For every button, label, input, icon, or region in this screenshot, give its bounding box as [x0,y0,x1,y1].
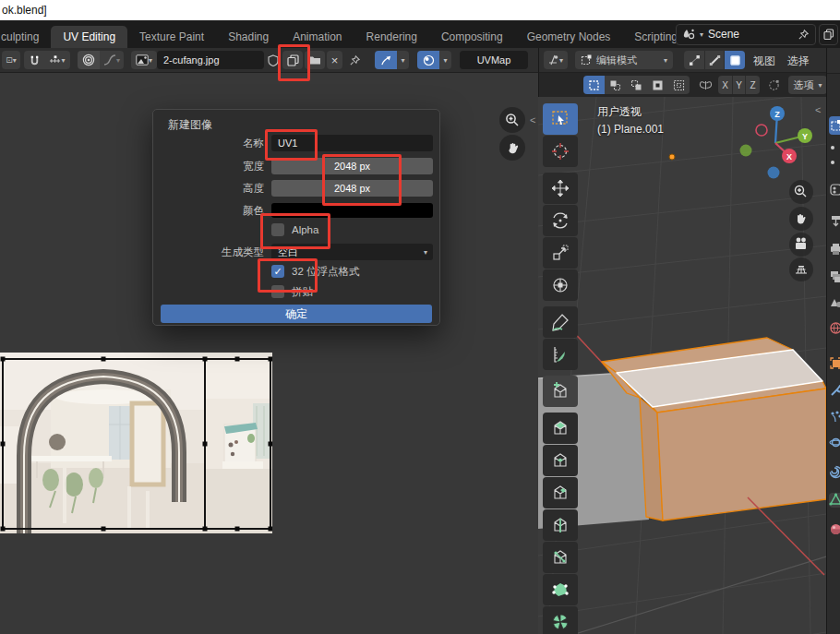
color-swatch[interactable] [271,203,433,218]
image-browse-button[interactable]: ▾ [131,51,157,69]
tab-compositing[interactable]: Compositing [429,26,515,48]
tab-material[interactable] [829,522,840,537]
tab-tool[interactable] [829,183,840,197]
height-field[interactable]: 2048 px [271,180,433,197]
tool-annotate[interactable] [543,306,578,338]
overlays-dropdown[interactable]: ▾ [439,51,451,69]
select-mode-vertex[interactable] [684,51,704,69]
menu-view[interactable]: 视图 [753,54,775,69]
scene-selector[interactable]: ▾ Scene [676,24,816,45]
tab-texture-paint[interactable]: Texture Paint [127,26,216,48]
uv-sidebar-collapse[interactable]: < [530,114,535,126]
uv-pan-button[interactable] [499,135,525,161]
tool-measure[interactable] [543,339,578,370]
unlink-image-button[interactable]: × [327,51,342,69]
viewport-canvas[interactable]: Z Y X < 用户透视 (1) Plane.001 [538,97,826,634]
gizmos-dropdown[interactable]: ▾ [397,51,409,69]
snap-toggle[interactable] [24,51,44,69]
snap-with-dropdown[interactable]: ▾ [44,51,70,69]
uv-editor-type-button[interactable]: ⊡▾ [2,51,20,69]
menu-select[interactable]: 选择 [787,54,810,69]
tool-cursor[interactable] [543,136,578,167]
uv-editor-canvas[interactable]: < [0,73,538,634]
tab-object-data[interactable] [829,493,840,508]
tab-geometry-nodes[interactable]: Geometry Nodes [515,26,623,48]
generated-type-dropdown[interactable]: 空白▾ [271,244,433,260]
scene-name[interactable]: Scene [708,28,793,41]
particles-icon [829,410,840,424]
overlays-toggle[interactable] [417,51,439,69]
uvmap-selector[interactable]: UVMap [460,51,528,69]
tab-uv-editing[interactable]: UV Editing [51,26,127,48]
tab-particles[interactable] [829,410,840,425]
viewport-header: ▾ 编辑模式 ▾ 视图 选择 [538,48,826,73]
tool-extrude-region[interactable] [543,413,578,444]
alpha-checkbox[interactable] [271,223,284,236]
pin-icon[interactable] [798,29,810,41]
tab-animation[interactable]: Animation [281,26,354,48]
falloff-dropdown[interactable]: ▾ [100,51,124,69]
tool-loop-cut[interactable] [543,509,578,541]
select-difference-mode[interactable] [647,76,668,94]
axis-z-toggle[interactable]: Z [746,76,760,94]
tab-culpting[interactable]: culpting [0,26,51,48]
select-extend-mode[interactable] [605,76,626,94]
proportional-edit-toggle[interactable] [764,76,783,94]
mode-dropdown[interactable]: 编辑模式 ▾ [575,51,673,69]
tool-select-box[interactable] [543,103,578,135]
float32-checkbox[interactable]: ✓ [271,265,284,278]
tool-inset-faces[interactable] [543,445,578,476]
tab-scene[interactable] [829,295,840,310]
ok-button[interactable]: 确定 [161,305,432,323]
tool-spin[interactable] [543,606,578,634]
tab-rendering[interactable]: Rendering [354,26,429,48]
tool-bevel[interactable] [543,477,578,508]
tab-printer[interactable] [829,242,840,257]
image-name-field[interactable]: 2-cufang.jpg [157,51,264,69]
tab-physics[interactable] [829,436,840,450]
proportional-editing-toggle[interactable] [78,51,100,69]
select-intersect-mode[interactable] [668,76,690,94]
tool-scale[interactable] [543,237,578,269]
mirror-x-toggle[interactable] [696,76,714,94]
tool-rotate[interactable] [543,205,578,236]
uv-image-view[interactable] [0,353,272,533]
tool-poly-build[interactable] [543,574,578,605]
select-set-mode[interactable] [583,76,605,94]
tab-constraints[interactable] [829,465,840,480]
open-image-button[interactable] [305,51,325,69]
tool-transform[interactable] [543,269,578,301]
tab-output[interactable] [829,214,840,229]
axis-y-toggle[interactable]: Y [732,76,746,94]
options-dropdown[interactable]: 选项▾ [788,76,827,94]
tool-knife[interactable] [543,542,578,573]
select-mode-face[interactable] [725,51,745,69]
material-icon [829,522,840,536]
tab-view-layer[interactable] [829,269,840,284]
width-field[interactable]: 2048 px [271,158,433,174]
pin-image-toggle[interactable] [347,51,362,69]
select-subtract-mode[interactable] [626,76,647,94]
tab-object[interactable] [829,356,840,371]
pin-icon [349,54,361,66]
tiled-checkbox[interactable] [271,285,284,298]
axis-x-toggle[interactable]: X [718,76,732,94]
new-scene-button[interactable] [819,24,838,45]
select-mode-edge[interactable] [704,51,725,69]
tab-modifiers[interactable] [829,384,840,399]
tab-shading[interactable]: Shading [216,26,281,48]
tool-add-cube[interactable] [543,376,578,407]
spin-icon [550,612,570,632]
poly-build-icon [550,580,570,600]
fake-user-toggle[interactable] [266,51,281,69]
uv-zoom-button[interactable] [499,107,525,133]
height-label: 高度 [161,180,264,197]
tab-active-tool[interactable] [829,116,840,135]
new-image-button[interactable] [282,51,303,69]
window-title: ok.blend] [2,4,47,17]
name-field[interactable]: UV1 [271,135,433,151]
gizmos-toggle[interactable] [375,51,397,69]
tab-world[interactable] [829,321,840,336]
tool-move[interactable] [543,173,578,204]
viewport-editor-type-button[interactable]: ▾ [544,51,568,69]
